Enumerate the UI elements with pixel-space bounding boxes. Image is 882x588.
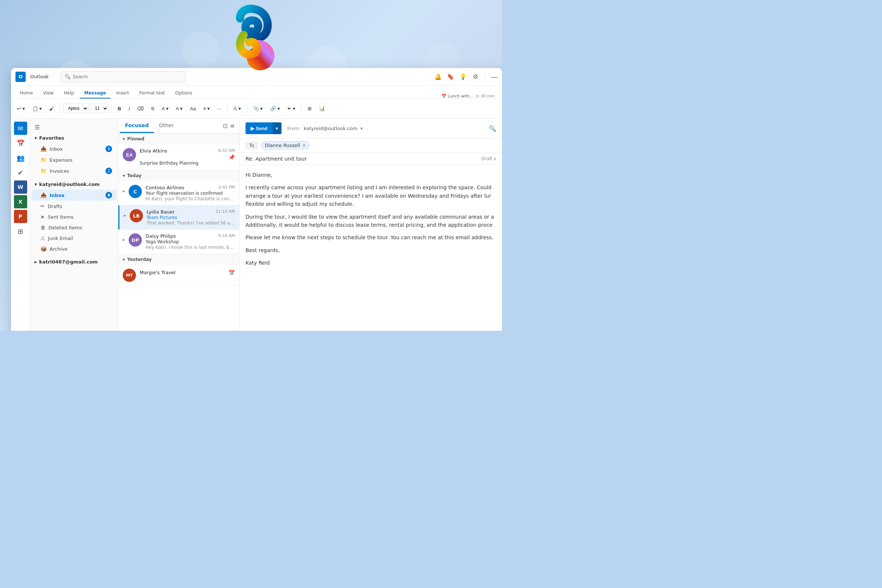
undo-button[interactable]: ↩ ▾ <box>14 102 28 114</box>
email-item-4[interactable]: ▸ DP Daisy Philips 9:16 AM Yoga Workshop… <box>118 230 239 254</box>
search-pane-icon[interactable]: 🔍 <box>489 125 496 132</box>
send-dropdown-button[interactable]: ▾ <box>273 122 282 134</box>
closing: Best regards, <box>246 246 496 254</box>
tab-focused[interactable]: Focused <box>120 119 154 133</box>
email-item-1[interactable]: EA Elvia Atkins 8:32 AM 📌 Surprise Birth… <box>118 144 239 170</box>
sidebar-item-deleted[interactable]: 🗑 Deleted Items <box>32 222 117 232</box>
tab-other[interactable]: Other <box>154 119 179 133</box>
nav-icon-calendar[interactable]: 📅 <box>14 136 27 150</box>
bold-button[interactable]: B <box>115 102 124 114</box>
junk-icon: ⚠ <box>40 235 45 241</box>
compose-body[interactable]: Hi Dianne, I recently came across your a… <box>240 165 502 331</box>
ribbon-div-2 <box>111 104 112 113</box>
sidebar-item-invoices[interactable]: 📁 Invoices 2 <box>32 165 117 176</box>
nav-icon-people[interactable]: 👥 <box>14 151 27 164</box>
sidebar-item-sent[interactable]: ➤ Sent Items <box>32 212 117 222</box>
yesterday-group-header[interactable]: ▾ Yesterday <box>118 254 239 265</box>
settings-icon[interactable]: ⚙ <box>472 74 479 80</box>
font-size-selector[interactable]: 11 <box>90 104 108 113</box>
font-selector[interactable]: Aptos <box>63 104 88 113</box>
more-button[interactable]: ··· <box>214 102 224 114</box>
minimize-button[interactable]: — <box>491 73 498 81</box>
email-item-2[interactable]: ▸ C Contoso Airlines 2:41 PM Your flight… <box>118 181 239 206</box>
nav-icon-excel[interactable]: X <box>14 195 27 208</box>
pinned-group-header[interactable]: ▾ Pinned <box>118 134 239 144</box>
table-button[interactable]: ⊞ <box>304 102 315 114</box>
tab-message[interactable]: Message <box>80 88 110 99</box>
email-subject-2: Your flight reservation is confirmed <box>146 191 235 196</box>
format-button[interactable]: Aa <box>187 102 199 114</box>
title-bar-actions: 🔔 🔖 💡 ⚙ — <box>435 73 498 81</box>
italic-button[interactable]: I <box>126 102 133 114</box>
tab-format-text[interactable]: Format text <box>135 88 170 99</box>
nav-icon-tasks[interactable]: ✔ <box>14 166 27 179</box>
focused-tabs: Focused Other ⊡ ≡ <box>118 119 239 134</box>
chart-button[interactable]: 📊 <box>316 102 328 114</box>
tab-home[interactable]: Home <box>15 88 37 99</box>
ribbon-div-4 <box>247 104 248 113</box>
tab-help[interactable]: Help <box>60 88 78 99</box>
subject-text: Re: Apartment unit tour <box>246 156 307 162</box>
account2-section[interactable]: ▸ katri0487@gmail.com <box>30 257 118 267</box>
sidebar-item-drafts[interactable]: ✏ Drafts <box>32 201 117 212</box>
today-chevron: ▾ <box>123 173 125 178</box>
line-spacing-button[interactable]: ≡ ▾ <box>200 102 213 114</box>
email-list-body: ▾ Pinned EA Elvia Atkins <box>118 134 239 331</box>
search-input[interactable] <box>73 74 182 80</box>
hamburger-menu[interactable]: ☰ <box>30 122 118 133</box>
signature-button[interactable]: ✒ ▾ <box>285 102 298 114</box>
email-item-3[interactable]: ▸ LB Lydia Bauer 11:10 AM Team Pictures … <box>118 206 239 230</box>
nav-icon-word[interactable]: W <box>14 180 27 194</box>
expenses-icon: 📁 <box>40 157 46 163</box>
style-button[interactable]: 𝔸 ▾ <box>230 102 244 114</box>
paste-button[interactable]: 📋 ▾ <box>29 102 45 114</box>
highlight-button[interactable]: A ▾ <box>159 102 172 114</box>
expand-icon-2[interactable]: ▸ <box>123 189 125 194</box>
link-button[interactable]: 🔗 ▾ <box>267 102 283 114</box>
filter-icon[interactable]: ⊡ <box>223 122 228 129</box>
bell-icon[interactable]: 🔔 <box>435 74 441 80</box>
from-dropdown-icon[interactable]: ▾ <box>360 126 363 131</box>
email-content-5: Margie's Travel 📅 <box>140 268 235 276</box>
search-bar[interactable]: 🔍 <box>61 71 186 82</box>
nav-icon-mail[interactable]: ✉ <box>14 122 27 135</box>
deleted-icon: 🗑 <box>40 225 46 230</box>
expand-icon-4[interactable]: ▸ <box>123 237 125 242</box>
email-content-4: Daisy Philips 9:16 AM Yoga Workshop Hey … <box>146 233 235 250</box>
bookmark-icon[interactable]: 🔖 <box>447 74 454 80</box>
tab-view[interactable]: View <box>39 88 58 99</box>
font-color-button[interactable]: A ▾ <box>173 102 186 114</box>
send-button[interactable]: ▶ Send <box>246 122 273 134</box>
favorites-section[interactable]: ▾ Favorites <box>30 133 118 143</box>
account-section[interactable]: ▾ katyreid@outlook.com <box>30 179 118 189</box>
format-painter[interactable]: 🖌 <box>46 102 57 114</box>
tab-insert[interactable]: Insert <box>112 88 133 99</box>
attach-button[interactable]: 📎 ▾ <box>250 102 266 114</box>
email-item-5[interactable]: MT Margie's Travel 📅 <box>118 265 239 286</box>
strikethrough-button[interactable]: S <box>148 102 157 114</box>
lightbulb-icon[interactable]: 💡 <box>460 74 466 80</box>
email-preview-2: Hi Katri, your flight to Charlotte is co… <box>146 196 235 201</box>
deleted-label: Deleted Items <box>48 225 82 230</box>
expand-icon-3[interactable]: ▸ <box>124 213 126 218</box>
sidebar-item-junk[interactable]: ⚠ Junk Email <box>32 233 117 243</box>
email-content-1: Elvia Atkins 8:32 AM 📌 Surprise Birthday… <box>140 148 235 166</box>
tab-options[interactable]: Options <box>171 88 196 99</box>
sidebar-item-expenses[interactable]: 📁 Expenses <box>32 155 117 165</box>
account2-chevron: ▸ <box>34 259 37 265</box>
today-group-header[interactable]: ▾ Today <box>118 170 239 181</box>
sidebar-item-archive[interactable]: 📦 Archive <box>32 244 117 254</box>
nav-icon-apps[interactable]: ⊞ <box>14 225 27 238</box>
nav-icon-powerpoint[interactable]: P <box>14 210 27 223</box>
reading-pane: ▶ Send ▾ From: katyreid@outlook.com ▾ 🔍 … <box>240 119 502 331</box>
sidebar-item-inbox[interactable]: 📥 Inbox 9 <box>32 190 117 201</box>
recipient-chip[interactable]: Dianne Russell ✕ <box>261 141 310 150</box>
inbox-fav-badge: 9 <box>105 146 112 152</box>
sidebar-item-inbox-fav[interactable]: 📥 Inbox 9 <box>32 143 117 154</box>
clear-format-button[interactable]: ⌫ <box>134 102 147 114</box>
send-label: Send <box>256 126 267 131</box>
remove-recipient-button[interactable]: ✕ <box>302 143 306 148</box>
avatar-img-1: EA <box>123 148 136 161</box>
email-meta-2: Contoso Airlines 2:41 PM <box>146 185 235 190</box>
sort-icon[interactable]: ≡ <box>230 122 235 129</box>
